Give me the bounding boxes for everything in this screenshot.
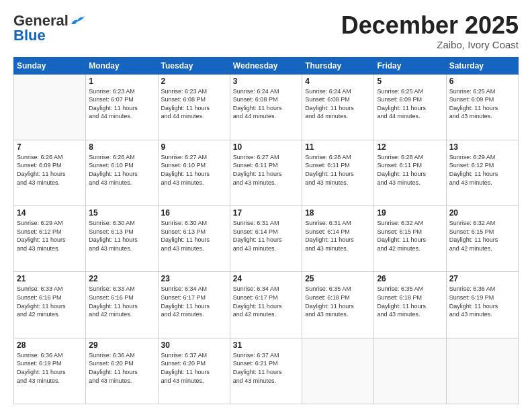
calendar-cell: 26Sunrise: 6:35 AM Sunset: 6:18 PM Dayli… xyxy=(374,272,446,338)
title-block: December 2025 Zaibo, Ivory Coast xyxy=(341,12,519,50)
day-number: 29 xyxy=(89,340,154,350)
day-info: Sunrise: 6:23 AM Sunset: 6:07 PM Dayligh… xyxy=(89,87,154,121)
day-number: 24 xyxy=(233,274,299,283)
calendar-cell xyxy=(14,74,86,140)
header: General Blue December 2025 Zaibo, Ivory … xyxy=(13,12,519,50)
calendar-cell: 18Sunrise: 6:31 AM Sunset: 6:14 PM Dayli… xyxy=(302,206,374,272)
day-number: 15 xyxy=(89,208,154,218)
day-number: 25 xyxy=(305,274,371,283)
calendar-cell xyxy=(446,338,518,404)
calendar-cell: 2Sunrise: 6:23 AM Sunset: 6:08 PM Daylig… xyxy=(158,74,230,140)
day-number: 16 xyxy=(161,208,227,218)
day-number: 30 xyxy=(161,340,227,350)
day-info: Sunrise: 6:25 AM Sunset: 6:09 PM Dayligh… xyxy=(377,87,443,121)
calendar-cell: 24Sunrise: 6:34 AM Sunset: 6:17 PM Dayli… xyxy=(230,272,302,338)
day-number: 1 xyxy=(89,77,154,86)
day-info: Sunrise: 6:37 AM Sunset: 6:20 PM Dayligh… xyxy=(161,351,227,385)
day-info: Sunrise: 6:36 AM Sunset: 6:20 PM Dayligh… xyxy=(89,351,154,385)
day-number: 10 xyxy=(233,142,299,152)
calendar-cell: 5Sunrise: 6:25 AM Sunset: 6:09 PM Daylig… xyxy=(374,74,446,140)
day-number: 9 xyxy=(161,142,227,152)
calendar-cell: 12Sunrise: 6:28 AM Sunset: 6:11 PM Dayli… xyxy=(374,140,446,205)
day-info: Sunrise: 6:37 AM Sunset: 6:21 PM Dayligh… xyxy=(233,351,299,385)
month-title: December 2025 xyxy=(341,12,519,39)
day-info: Sunrise: 6:25 AM Sunset: 6:09 PM Dayligh… xyxy=(449,87,515,121)
calendar-table: SundayMondayTuesdayWednesdayThursdayFrid… xyxy=(13,57,519,404)
calendar-cell: 25Sunrise: 6:35 AM Sunset: 6:18 PM Dayli… xyxy=(302,272,374,338)
day-info: Sunrise: 6:32 AM Sunset: 6:15 PM Dayligh… xyxy=(377,219,443,253)
day-number: 28 xyxy=(17,340,83,350)
calendar-cell: 10Sunrise: 6:27 AM Sunset: 6:11 PM Dayli… xyxy=(230,140,302,205)
weekday-header: Tuesday xyxy=(158,57,230,74)
location: Zaibo, Ivory Coast xyxy=(341,39,519,50)
logo-blue: Blue xyxy=(13,27,46,44)
calendar-header-row: SundayMondayTuesdayWednesdayThursdayFrid… xyxy=(14,57,519,74)
day-info: Sunrise: 6:31 AM Sunset: 6:14 PM Dayligh… xyxy=(305,219,371,253)
day-number: 13 xyxy=(449,142,515,152)
day-number: 22 xyxy=(89,274,154,283)
page: General Blue December 2025 Zaibo, Ivory … xyxy=(0,0,532,411)
calendar-cell: 28Sunrise: 6:36 AM Sunset: 6:19 PM Dayli… xyxy=(14,338,86,404)
day-info: Sunrise: 6:29 AM Sunset: 6:12 PM Dayligh… xyxy=(17,219,83,253)
calendar-week-row: 7Sunrise: 6:26 AM Sunset: 6:09 PM Daylig… xyxy=(14,140,519,205)
day-info: Sunrise: 6:27 AM Sunset: 6:11 PM Dayligh… xyxy=(233,153,299,187)
day-info: Sunrise: 6:28 AM Sunset: 6:11 PM Dayligh… xyxy=(305,153,371,187)
calendar-cell: 23Sunrise: 6:34 AM Sunset: 6:17 PM Dayli… xyxy=(158,272,230,338)
day-info: Sunrise: 6:24 AM Sunset: 6:08 PM Dayligh… xyxy=(233,87,299,121)
day-info: Sunrise: 6:33 AM Sunset: 6:16 PM Dayligh… xyxy=(89,285,154,318)
day-info: Sunrise: 6:26 AM Sunset: 6:09 PM Dayligh… xyxy=(17,153,83,187)
day-info: Sunrise: 6:30 AM Sunset: 6:13 PM Dayligh… xyxy=(161,219,227,253)
day-number: 27 xyxy=(449,274,515,283)
day-info: Sunrise: 6:29 AM Sunset: 6:12 PM Dayligh… xyxy=(449,153,515,187)
calendar-cell: 15Sunrise: 6:30 AM Sunset: 6:13 PM Dayli… xyxy=(86,206,158,272)
calendar-cell: 8Sunrise: 6:26 AM Sunset: 6:10 PM Daylig… xyxy=(86,140,158,205)
weekday-header: Sunday xyxy=(14,57,86,74)
calendar-cell: 29Sunrise: 6:36 AM Sunset: 6:20 PM Dayli… xyxy=(86,338,158,404)
day-info: Sunrise: 6:35 AM Sunset: 6:18 PM Dayligh… xyxy=(377,285,443,318)
calendar-cell xyxy=(374,338,446,404)
calendar-week-row: 14Sunrise: 6:29 AM Sunset: 6:12 PM Dayli… xyxy=(14,206,519,272)
day-info: Sunrise: 6:35 AM Sunset: 6:18 PM Dayligh… xyxy=(305,285,371,318)
calendar-cell: 27Sunrise: 6:36 AM Sunset: 6:19 PM Dayli… xyxy=(446,272,518,338)
day-number: 2 xyxy=(161,77,227,86)
calendar-cell xyxy=(302,338,374,404)
calendar-week-row: 1Sunrise: 6:23 AM Sunset: 6:07 PM Daylig… xyxy=(14,74,519,140)
day-info: Sunrise: 6:36 AM Sunset: 6:19 PM Dayligh… xyxy=(449,285,515,318)
weekday-header: Thursday xyxy=(302,57,374,74)
day-info: Sunrise: 6:36 AM Sunset: 6:19 PM Dayligh… xyxy=(17,351,83,385)
weekday-header: Friday xyxy=(374,57,446,74)
day-number: 20 xyxy=(449,208,515,218)
calendar-cell: 17Sunrise: 6:31 AM Sunset: 6:14 PM Dayli… xyxy=(230,206,302,272)
day-number: 5 xyxy=(377,77,443,86)
day-number: 23 xyxy=(161,274,227,283)
calendar-cell: 30Sunrise: 6:37 AM Sunset: 6:20 PM Dayli… xyxy=(158,338,230,404)
calendar-cell: 1Sunrise: 6:23 AM Sunset: 6:07 PM Daylig… xyxy=(86,74,158,140)
weekday-header: Monday xyxy=(86,57,158,74)
day-number: 3 xyxy=(233,77,299,86)
day-info: Sunrise: 6:30 AM Sunset: 6:13 PM Dayligh… xyxy=(89,219,154,253)
calendar-cell: 3Sunrise: 6:24 AM Sunset: 6:08 PM Daylig… xyxy=(230,74,302,140)
calendar-cell: 11Sunrise: 6:28 AM Sunset: 6:11 PM Dayli… xyxy=(302,140,374,205)
day-number: 18 xyxy=(305,208,371,218)
calendar-cell: 31Sunrise: 6:37 AM Sunset: 6:21 PM Dayli… xyxy=(230,338,302,404)
day-info: Sunrise: 6:24 AM Sunset: 6:08 PM Dayligh… xyxy=(305,87,371,121)
calendar-week-row: 28Sunrise: 6:36 AM Sunset: 6:19 PM Dayli… xyxy=(14,338,519,404)
calendar-cell: 9Sunrise: 6:27 AM Sunset: 6:10 PM Daylig… xyxy=(158,140,230,205)
day-number: 7 xyxy=(17,142,83,152)
calendar-cell: 13Sunrise: 6:29 AM Sunset: 6:12 PM Dayli… xyxy=(446,140,518,205)
calendar-week-row: 21Sunrise: 6:33 AM Sunset: 6:16 PM Dayli… xyxy=(14,272,519,338)
weekday-header: Saturday xyxy=(446,57,518,74)
day-info: Sunrise: 6:32 AM Sunset: 6:15 PM Dayligh… xyxy=(449,219,515,253)
calendar-cell: 20Sunrise: 6:32 AM Sunset: 6:15 PM Dayli… xyxy=(446,206,518,272)
calendar-cell: 4Sunrise: 6:24 AM Sunset: 6:08 PM Daylig… xyxy=(302,74,374,140)
day-number: 14 xyxy=(17,208,83,218)
calendar-cell: 22Sunrise: 6:33 AM Sunset: 6:16 PM Dayli… xyxy=(86,272,158,338)
day-info: Sunrise: 6:33 AM Sunset: 6:16 PM Dayligh… xyxy=(17,285,83,318)
logo-bird-icon xyxy=(70,15,85,27)
weekday-header: Wednesday xyxy=(230,57,302,74)
logo: General Blue xyxy=(13,12,85,44)
day-number: 21 xyxy=(17,274,83,283)
calendar-cell: 21Sunrise: 6:33 AM Sunset: 6:16 PM Dayli… xyxy=(14,272,86,338)
calendar-cell: 16Sunrise: 6:30 AM Sunset: 6:13 PM Dayli… xyxy=(158,206,230,272)
day-number: 12 xyxy=(377,142,443,152)
